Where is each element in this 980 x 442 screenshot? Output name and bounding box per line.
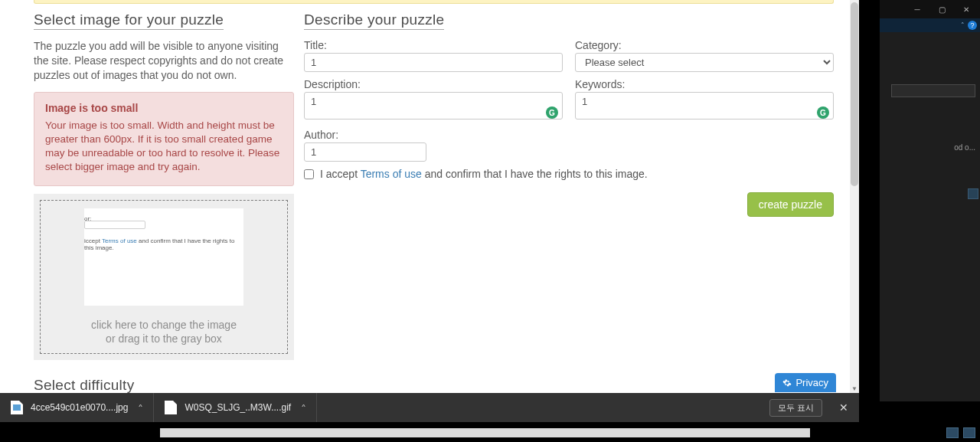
tray-icon[interactable] — [946, 427, 959, 438]
secondary-icon[interactable] — [968, 188, 978, 199]
select-image-heading: Select image for your puzzle — [34, 11, 224, 30]
author-input[interactable] — [304, 142, 426, 162]
description-label: Description: — [304, 78, 563, 90]
secondary-icon-row — [968, 188, 978, 199]
download-bar: 4cce549c01e0070....jpg ˄ W0SQ_SLJG_..M3W… — [0, 393, 859, 422]
page-viewport: Select image for your puzzle The puzzle … — [0, 0, 850, 393]
file-icon — [165, 401, 177, 414]
drop-line-2: or drag it to the gray box — [48, 332, 279, 345]
download-item[interactable]: W0SQ_SLJG_..M3W....gif ˄ — [154, 393, 317, 422]
tray-icon[interactable] — [963, 427, 975, 438]
image-drop-zone[interactable]: or: iccept Terms of use and confirm that… — [34, 194, 294, 360]
create-puzzle-button[interactable]: create puzzle — [747, 192, 834, 217]
vertical-scrollbar[interactable]: ▼ — [850, 0, 859, 393]
describe-puzzle-column: Describe your puzzle Title: Category: Pl… — [304, 11, 834, 217]
select-difficulty-heading: Select difficulty — [34, 377, 134, 393]
secondary-window-titlebar: ─ ▢ ✕ — [880, 0, 980, 18]
download-filename: W0SQ_SLJG_..M3W....gif — [185, 402, 291, 413]
describe-puzzle-heading: Describe your puzzle — [304, 11, 444, 30]
title-input[interactable] — [304, 53, 563, 72]
image-too-small-alert: Image is too small Your image is too sma… — [34, 92, 294, 186]
gear-icon — [782, 378, 792, 388]
accept-prefix: I accept — [320, 168, 361, 180]
secondary-window-body: od o... — [880, 32, 980, 152]
scroll-down-icon[interactable]: ▼ — [850, 384, 859, 393]
grammarly-icon[interactable]: G — [817, 106, 829, 119]
show-all-downloads-button[interactable]: 모두 표시 — [769, 399, 822, 417]
image-drop-inner: or: iccept Terms of use and confirm that… — [40, 200, 288, 354]
file-icon — [11, 401, 23, 414]
author-label: Author: — [304, 129, 426, 141]
accept-checkbox[interactable] — [304, 169, 314, 179]
image-preview: or: iccept Terms of use and confirm that… — [84, 208, 243, 306]
keywords-input[interactable]: 1 — [575, 92, 834, 120]
alert-title: Image is too small — [45, 102, 283, 114]
preview-accept-pre: iccept — [84, 237, 102, 244]
secondary-truncated-text: od o... — [880, 143, 975, 152]
select-image-intro: The puzzle you add will be visible to an… — [34, 39, 294, 83]
help-icon[interactable]: ? — [968, 21, 977, 30]
secondary-window: ─ ▢ ✕ ˄ ? od o... — [880, 0, 980, 401]
close-window-button[interactable]: ✕ — [956, 2, 977, 16]
chevron-up-icon[interactable]: ˄ — [297, 404, 311, 412]
drop-line-1: click here to change the image — [48, 318, 279, 332]
secondary-search-input[interactable] — [891, 84, 975, 97]
description-input[interactable]: 1 — [304, 92, 563, 120]
browser-window: Select image for your puzzle The puzzle … — [0, 0, 859, 393]
close-download-bar-button[interactable]: ✕ — [828, 401, 859, 414]
download-item[interactable]: 4cce549c01e0070....jpg ˄ — [0, 393, 154, 422]
notice-bar — [34, 0, 834, 4]
maximize-button[interactable]: ▢ — [931, 2, 952, 16]
terms-of-use-link[interactable]: Terms of use — [361, 168, 422, 180]
grammarly-icon[interactable]: G — [546, 106, 558, 119]
window-bottom-strip — [160, 428, 810, 437]
chevron-up-icon[interactable]: ˄ — [134, 404, 148, 412]
category-label: Category: — [575, 39, 834, 51]
title-label: Title: — [304, 39, 563, 51]
keywords-label: Keywords: — [575, 78, 834, 90]
secondary-window-toolbar: ˄ ? — [880, 18, 980, 32]
preview-terms-link: Terms of use — [102, 237, 137, 244]
scrollbar-thumb[interactable] — [851, 2, 858, 186]
preview-mini-accept: iccept Terms of use and confirm that I h… — [84, 237, 243, 251]
image-select-column: Select image for your puzzle The puzzle … — [34, 11, 294, 393]
accept-row: I accept Terms of use and confirm that I… — [304, 168, 834, 180]
preview-mini-input — [84, 221, 145, 229]
privacy-button[interactable]: Privacy — [775, 373, 836, 392]
taskbar-tray — [946, 427, 980, 438]
minimize-button[interactable]: ─ — [906, 2, 928, 16]
accept-suffix: and confirm that I have the rights to th… — [422, 168, 648, 180]
alert-body: Your image is too small. Width and heigh… — [45, 119, 283, 175]
desktop: ─ ▢ ✕ ˄ ? od o... Select image for your … — [0, 0, 980, 442]
privacy-label: Privacy — [795, 377, 828, 388]
category-select[interactable]: Please select — [575, 53, 834, 72]
chevron-up-icon[interactable]: ˄ — [961, 21, 965, 29]
download-filename: 4cce549c01e0070....jpg — [31, 402, 128, 413]
